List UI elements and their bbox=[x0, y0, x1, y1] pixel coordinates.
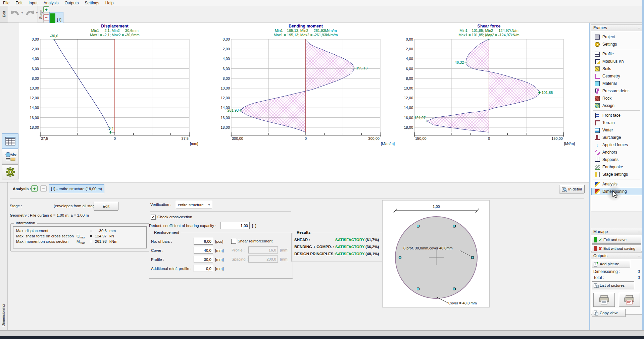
shear-profile-label: Profile : bbox=[232, 248, 245, 252]
sidebar-item-front-face[interactable]: Front face bbox=[591, 112, 642, 119]
sidebar-item-anchors[interactable]: Anchors bbox=[591, 149, 642, 156]
svg-text:0: 0 bbox=[488, 136, 490, 140]
shear-profile-unit: [mm] bbox=[280, 248, 289, 252]
menu-help[interactable]: Help bbox=[102, 0, 117, 6]
svg-text:-261,93: -261,93 bbox=[226, 108, 239, 112]
add-analysis-button[interactable]: + bbox=[31, 185, 38, 192]
checkmark-icon: ✔ bbox=[152, 215, 155, 219]
print-picture-button[interactable] bbox=[619, 293, 640, 307]
menu-settings[interactable]: Settings bbox=[82, 0, 102, 6]
exit-and-save-button[interactable]: ✔ Exit and save bbox=[592, 236, 641, 244]
reduct-coefficient-unit: [–] bbox=[252, 224, 256, 228]
sidebar-item-pressure-deter[interactable]: Pressure deter. bbox=[591, 87, 642, 95]
stage-label: Stage : bbox=[10, 204, 22, 208]
information-box: Max. displacement=-30,6mmMax. shear forc… bbox=[13, 226, 147, 248]
menu-input[interactable]: Input bbox=[26, 0, 41, 6]
sidebar-item-surcharge[interactable]: Surcharge bbox=[591, 134, 642, 141]
chart-plot-shear-force: 0,002,004,006,008,0010,0012,0014,0016,00… bbox=[405, 35, 573, 151]
sidebar-item-label: Surcharge bbox=[602, 135, 621, 140]
sidebar-item-modulus-kh[interactable]: Modulus Kh bbox=[591, 58, 642, 65]
splitter-vertical[interactable] bbox=[589, 23, 590, 330]
sidebar-item-assign[interactable]: Assign bbox=[591, 102, 642, 109]
chart-min-line: Min1 = 195,13; Min2 = -261,93kNm/m bbox=[222, 29, 390, 33]
info-row-symbol: Mmax bbox=[77, 239, 85, 244]
table-icon bbox=[5, 137, 15, 146]
in-detail-button[interactable]: In detail bbox=[559, 185, 585, 193]
settings-view-button[interactable] bbox=[2, 164, 18, 179]
remove-analysis-button[interactable]: − bbox=[40, 185, 47, 192]
analysis-separator bbox=[10, 199, 584, 199]
sidebar-item-geometry[interactable]: Geometry bbox=[591, 72, 642, 80]
shear-reinforcement-checkbox[interactable] bbox=[231, 239, 236, 244]
frames-minimize-icon[interactable]: – bbox=[638, 25, 640, 30]
remove-stage-button[interactable]: − bbox=[43, 14, 49, 20]
menu-edit[interactable]: Edit bbox=[12, 0, 26, 6]
list-of-pictures-button[interactable]: List of pictures bbox=[592, 281, 634, 289]
svg-text:[kN/m]: [kN/m] bbox=[564, 142, 575, 146]
sidebar-item-label: Front face bbox=[602, 113, 621, 118]
check-cross-section-checkbox[interactable]: ✔ bbox=[151, 215, 156, 220]
redo-icon[interactable] bbox=[25, 8, 35, 17]
legend-view-button[interactable]: Abc bbox=[2, 149, 18, 164]
surcharge-icon bbox=[595, 135, 600, 140]
sidebar-item-rock[interactable]: Rock bbox=[591, 95, 642, 102]
add-stage-button[interactable]: + bbox=[43, 6, 49, 12]
sidebar-item-earthquake[interactable]: Earthquake bbox=[591, 163, 642, 171]
svg-text:37,5: 37,5 bbox=[41, 136, 48, 140]
bars-input[interactable] bbox=[194, 238, 213, 245]
svg-text:16,00: 16,00 bbox=[30, 116, 39, 120]
print-document-button[interactable] bbox=[593, 293, 615, 307]
sidebar-item-soils[interactable]: Soils bbox=[591, 65, 642, 72]
sidebar-item-water[interactable]: Water bbox=[591, 126, 642, 134]
svg-text:8,00: 8,00 bbox=[406, 76, 413, 80]
sidebar-item-applied-forces[interactable]: ↓Applied forces bbox=[591, 141, 642, 149]
water-icon bbox=[595, 128, 600, 133]
info-row-value: -30,6 bbox=[93, 229, 107, 233]
analysis-tab[interactable]: [1] - entire structure (19,00 m) bbox=[49, 184, 104, 193]
edit-stage-button[interactable]: Edit bbox=[94, 202, 118, 211]
cover-input[interactable] bbox=[194, 247, 213, 254]
svg-text:10,00: 10,00 bbox=[30, 86, 39, 90]
information-groupbox: Information Max. displacement=-30,6mmMax… bbox=[10, 223, 149, 251]
svg-text:16,00: 16,00 bbox=[404, 116, 413, 120]
svg-text:8,00: 8,00 bbox=[223, 76, 230, 80]
sidebar-item-stage-settings[interactable]: Stage settings bbox=[591, 171, 642, 178]
sidebar-item-label: Water bbox=[602, 128, 613, 132]
sidebar-item-material[interactable]: Material bbox=[591, 80, 642, 87]
menu-file[interactable]: File bbox=[0, 0, 12, 6]
assign-icon bbox=[595, 103, 600, 108]
svg-text:6,00: 6,00 bbox=[223, 67, 230, 71]
profile-unit: [mm] bbox=[215, 258, 224, 262]
manage-minimize-icon[interactable]: – bbox=[638, 229, 640, 234]
sidebar-item-label: Profile bbox=[602, 52, 614, 56]
sidebar-item-label: Rock bbox=[602, 96, 611, 101]
analysis-icon bbox=[595, 182, 600, 187]
in-detail-magnifier-icon bbox=[562, 187, 567, 192]
additional-profile-input[interactable] bbox=[194, 265, 213, 272]
profile-icon bbox=[595, 52, 600, 57]
sidebar-item-label: Modulus Kh bbox=[602, 59, 624, 64]
sidebar-item-supports[interactable]: Supports bbox=[591, 156, 642, 163]
manage-panel: Manage – ✔ Exit and save ✘ Exit without … bbox=[591, 228, 642, 251]
project-icon bbox=[595, 35, 600, 40]
sidebar-item-project[interactable]: Project bbox=[591, 33, 642, 41]
outputs-minimize-icon[interactable]: – bbox=[638, 253, 640, 258]
outputs-panel-title: Outputs bbox=[593, 253, 607, 258]
undo-icon[interactable] bbox=[10, 8, 20, 17]
table-view-button[interactable] bbox=[2, 133, 18, 149]
menu-outputs[interactable]: Outputs bbox=[61, 0, 82, 6]
verification-dropdown[interactable]: entire structure ▼ bbox=[176, 201, 212, 209]
profile-input[interactable] bbox=[194, 256, 213, 263]
menu-analysis[interactable]: Analysis bbox=[41, 0, 62, 6]
chart-min-line: Min1 = -2,1; Min2 = -30,6mm bbox=[31, 29, 199, 33]
edit-vertical-tab[interactable]: Edit bbox=[0, 6, 8, 23]
reduct-coefficient-input[interactable] bbox=[220, 222, 250, 229]
exit-without-saving-button[interactable]: ✘ Exit without saving bbox=[592, 244, 641, 252]
undo-dropdown-icon[interactable]: ▼ bbox=[21, 11, 23, 14]
sidebar-item-label: Geometry bbox=[602, 74, 620, 78]
copy-view-button[interactable]: Copy view bbox=[592, 309, 626, 317]
sidebar-item-settings[interactable]: Settings bbox=[591, 41, 642, 48]
add-picture-button[interactable]: Add picture bbox=[592, 260, 630, 268]
sidebar-item-terrain[interactable]: Terrain bbox=[591, 119, 642, 126]
sidebar-item-profile[interactable]: Profile bbox=[591, 50, 642, 58]
